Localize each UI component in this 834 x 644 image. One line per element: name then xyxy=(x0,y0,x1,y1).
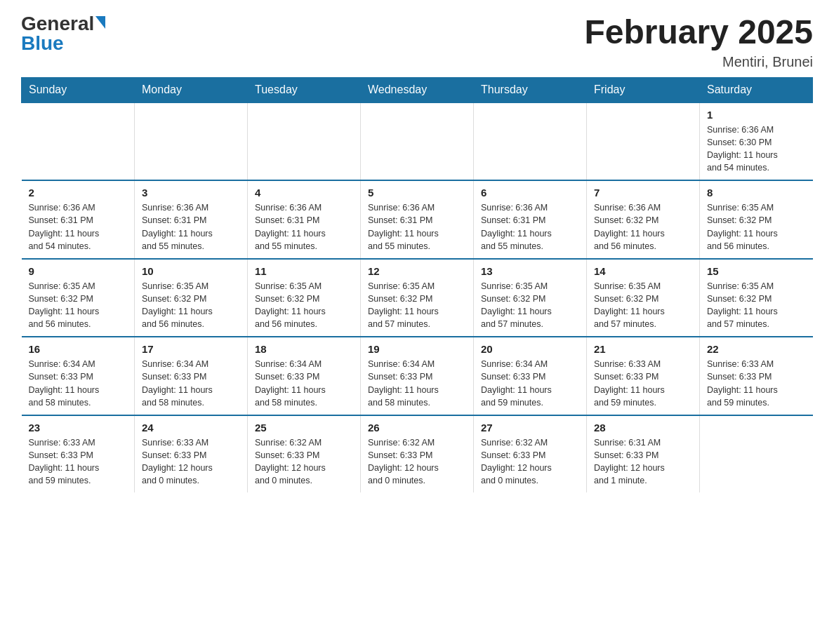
day-number: 1 xyxy=(707,109,806,121)
day-info: Sunrise: 6:36 AM Sunset: 6:30 PM Dayligh… xyxy=(707,123,806,175)
calendar-day-cell xyxy=(587,102,700,181)
calendar-table: SundayMondayTuesdayWednesdayThursdayFrid… xyxy=(21,77,813,493)
calendar-week-row: 16Sunrise: 6:34 AM Sunset: 6:33 PM Dayli… xyxy=(22,337,813,415)
calendar-day-cell: 7Sunrise: 6:36 AM Sunset: 6:32 PM Daylig… xyxy=(587,180,700,259)
calendar-day-cell: 25Sunrise: 6:32 AM Sunset: 6:33 PM Dayli… xyxy=(248,415,361,493)
calendar-subtitle: Mentiri, Brunei xyxy=(584,54,813,70)
day-number: 16 xyxy=(29,343,128,355)
logo-general-text: General xyxy=(21,14,94,34)
day-number: 2 xyxy=(29,187,128,199)
day-number: 5 xyxy=(368,187,466,199)
day-number: 7 xyxy=(594,187,692,199)
day-number: 3 xyxy=(142,187,240,199)
day-info: Sunrise: 6:35 AM Sunset: 6:32 PM Dayligh… xyxy=(481,280,579,331)
calendar-title: February 2025 xyxy=(584,14,813,51)
day-info: Sunrise: 6:35 AM Sunset: 6:32 PM Dayligh… xyxy=(368,280,466,331)
calendar-day-cell xyxy=(361,102,474,181)
day-info: Sunrise: 6:36 AM Sunset: 6:31 PM Dayligh… xyxy=(29,201,128,253)
calendar-day-cell: 1Sunrise: 6:36 AM Sunset: 6:30 PM Daylig… xyxy=(700,102,813,181)
calendar-day-cell: 10Sunrise: 6:35 AM Sunset: 6:32 PM Dayli… xyxy=(135,259,248,337)
day-info: Sunrise: 6:35 AM Sunset: 6:32 PM Dayligh… xyxy=(707,280,806,331)
calendar-day-cell: 9Sunrise: 6:35 AM Sunset: 6:32 PM Daylig… xyxy=(22,259,135,337)
day-of-week-header: Wednesday xyxy=(361,77,474,102)
day-info: Sunrise: 6:34 AM Sunset: 6:33 PM Dayligh… xyxy=(368,358,466,409)
calendar-day-cell: 21Sunrise: 6:33 AM Sunset: 6:33 PM Dayli… xyxy=(587,337,700,415)
calendar-day-cell: 17Sunrise: 6:34 AM Sunset: 6:33 PM Dayli… xyxy=(135,337,248,415)
calendar-day-cell: 20Sunrise: 6:34 AM Sunset: 6:33 PM Dayli… xyxy=(474,337,587,415)
day-of-week-header: Thursday xyxy=(474,77,587,102)
calendar-week-row: 23Sunrise: 6:33 AM Sunset: 6:33 PM Dayli… xyxy=(22,415,813,493)
day-info: Sunrise: 6:34 AM Sunset: 6:33 PM Dayligh… xyxy=(142,358,240,409)
calendar-day-cell xyxy=(700,415,813,493)
calendar-day-cell xyxy=(248,102,361,181)
page-header: General Blue February 2025 Mentiri, Brun… xyxy=(21,14,813,70)
calendar-day-cell: 6Sunrise: 6:36 AM Sunset: 6:31 PM Daylig… xyxy=(474,180,587,259)
calendar-day-cell: 23Sunrise: 6:33 AM Sunset: 6:33 PM Dayli… xyxy=(22,415,135,493)
day-number: 24 xyxy=(142,422,240,434)
calendar-day-cell: 11Sunrise: 6:35 AM Sunset: 6:32 PM Dayli… xyxy=(248,259,361,337)
day-number: 28 xyxy=(594,422,692,434)
title-section: February 2025 Mentiri, Brunei xyxy=(584,14,813,70)
day-number: 20 xyxy=(481,343,579,355)
day-of-week-header: Friday xyxy=(587,77,700,102)
calendar-day-cell: 15Sunrise: 6:35 AM Sunset: 6:32 PM Dayli… xyxy=(700,259,813,337)
day-info: Sunrise: 6:33 AM Sunset: 6:33 PM Dayligh… xyxy=(29,436,128,488)
calendar-day-cell: 8Sunrise: 6:35 AM Sunset: 6:32 PM Daylig… xyxy=(700,180,813,259)
day-info: Sunrise: 6:31 AM Sunset: 6:33 PM Dayligh… xyxy=(594,436,692,488)
day-info: Sunrise: 6:34 AM Sunset: 6:33 PM Dayligh… xyxy=(481,358,579,409)
calendar-day-cell: 18Sunrise: 6:34 AM Sunset: 6:33 PM Dayli… xyxy=(248,337,361,415)
calendar-day-cell: 4Sunrise: 6:36 AM Sunset: 6:31 PM Daylig… xyxy=(248,180,361,259)
calendar-day-cell: 13Sunrise: 6:35 AM Sunset: 6:32 PM Dayli… xyxy=(474,259,587,337)
day-number: 13 xyxy=(481,265,579,277)
day-info: Sunrise: 6:33 AM Sunset: 6:33 PM Dayligh… xyxy=(594,358,692,409)
calendar-day-cell xyxy=(22,102,135,181)
logo-blue-text: Blue xyxy=(21,34,64,53)
day-number: 22 xyxy=(707,343,806,355)
day-number: 27 xyxy=(481,422,579,434)
day-number: 11 xyxy=(255,265,353,277)
calendar-day-cell: 22Sunrise: 6:33 AM Sunset: 6:33 PM Dayli… xyxy=(700,337,813,415)
day-info: Sunrise: 6:32 AM Sunset: 6:33 PM Dayligh… xyxy=(481,436,579,488)
header-row: SundayMondayTuesdayWednesdayThursdayFrid… xyxy=(22,77,813,102)
day-info: Sunrise: 6:34 AM Sunset: 6:33 PM Dayligh… xyxy=(29,358,128,409)
day-number: 19 xyxy=(368,343,466,355)
day-number: 25 xyxy=(255,422,353,434)
day-info: Sunrise: 6:34 AM Sunset: 6:33 PM Dayligh… xyxy=(255,358,353,409)
day-of-week-header: Monday xyxy=(135,77,248,102)
day-info: Sunrise: 6:36 AM Sunset: 6:31 PM Dayligh… xyxy=(368,201,466,253)
calendar-day-cell: 27Sunrise: 6:32 AM Sunset: 6:33 PM Dayli… xyxy=(474,415,587,493)
day-number: 23 xyxy=(29,422,128,434)
day-number: 9 xyxy=(29,265,128,277)
calendar-day-cell: 26Sunrise: 6:32 AM Sunset: 6:33 PM Dayli… xyxy=(361,415,474,493)
day-info: Sunrise: 6:36 AM Sunset: 6:31 PM Dayligh… xyxy=(481,201,579,253)
day-number: 10 xyxy=(142,265,240,277)
logo: General Blue xyxy=(21,14,105,53)
calendar-day-cell: 3Sunrise: 6:36 AM Sunset: 6:31 PM Daylig… xyxy=(135,180,248,259)
day-number: 6 xyxy=(481,187,579,199)
day-of-week-header: Saturday xyxy=(700,77,813,102)
day-info: Sunrise: 6:35 AM Sunset: 6:32 PM Dayligh… xyxy=(142,280,240,331)
day-number: 17 xyxy=(142,343,240,355)
day-info: Sunrise: 6:32 AM Sunset: 6:33 PM Dayligh… xyxy=(255,436,353,488)
day-info: Sunrise: 6:36 AM Sunset: 6:31 PM Dayligh… xyxy=(255,201,353,253)
logo-arrow-icon xyxy=(95,16,105,29)
day-info: Sunrise: 6:35 AM Sunset: 6:32 PM Dayligh… xyxy=(707,201,806,253)
calendar-day-cell: 28Sunrise: 6:31 AM Sunset: 6:33 PM Dayli… xyxy=(587,415,700,493)
day-info: Sunrise: 6:36 AM Sunset: 6:32 PM Dayligh… xyxy=(594,201,692,253)
calendar-day-cell: 12Sunrise: 6:35 AM Sunset: 6:32 PM Dayli… xyxy=(361,259,474,337)
day-number: 14 xyxy=(594,265,692,277)
day-number: 8 xyxy=(707,187,806,199)
calendar-day-cell: 14Sunrise: 6:35 AM Sunset: 6:32 PM Dayli… xyxy=(587,259,700,337)
day-info: Sunrise: 6:32 AM Sunset: 6:33 PM Dayligh… xyxy=(368,436,466,488)
calendar-day-cell: 16Sunrise: 6:34 AM Sunset: 6:33 PM Dayli… xyxy=(22,337,135,415)
day-info: Sunrise: 6:35 AM Sunset: 6:32 PM Dayligh… xyxy=(255,280,353,331)
day-number: 4 xyxy=(255,187,353,199)
calendar-day-cell: 24Sunrise: 6:33 AM Sunset: 6:33 PM Dayli… xyxy=(135,415,248,493)
day-number: 21 xyxy=(594,343,692,355)
day-number: 15 xyxy=(707,265,806,277)
day-number: 12 xyxy=(368,265,466,277)
day-number: 18 xyxy=(255,343,353,355)
calendar-week-row: 9Sunrise: 6:35 AM Sunset: 6:32 PM Daylig… xyxy=(22,259,813,337)
day-info: Sunrise: 6:36 AM Sunset: 6:31 PM Dayligh… xyxy=(142,201,240,253)
calendar-day-cell: 2Sunrise: 6:36 AM Sunset: 6:31 PM Daylig… xyxy=(22,180,135,259)
